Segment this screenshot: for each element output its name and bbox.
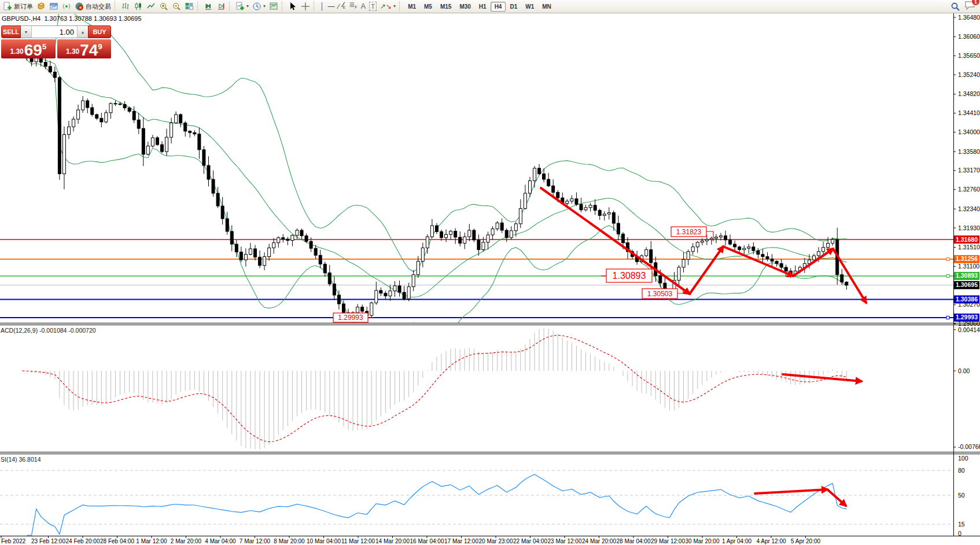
rsi-line [27, 474, 847, 535]
buy-price-prefix: 1.30 [66, 47, 79, 56]
macd-signal-line [23, 335, 847, 441]
candle [720, 236, 723, 237]
market-watch-icon [49, 2, 58, 11]
candle [822, 248, 825, 252]
vertical-line-icon: │ [320, 2, 325, 10]
chart-shift-button[interactable] [215, 1, 227, 12]
fibonacci-tool[interactable]: ≣F [347, 0, 359, 12]
timeframe-w1[interactable]: W1 [521, 2, 538, 12]
new-order-button[interactable]: 新订单 [1, 1, 35, 12]
auto-scroll-button[interactable] [202, 1, 215, 12]
price-chip-label: 1.30893 [956, 272, 978, 279]
price-chip-label: 1.31680 [956, 236, 978, 243]
candle [450, 231, 452, 235]
candle [333, 284, 336, 295]
volume-decrease-button[interactable]: ▼ [21, 26, 32, 38]
timeframe-d1[interactable]: D1 [506, 2, 521, 12]
candle [552, 186, 555, 192]
time-axis-label: Feb 2022 [1, 538, 26, 544]
candle [841, 275, 843, 282]
indicators-button[interactable]: ▾ [234, 1, 250, 12]
search-icon[interactable] [950, 2, 960, 11]
time-axis-label: 8 Mar 20:00 [274, 538, 305, 544]
toolbar-separator [314, 2, 316, 11]
line-chart-type-button[interactable] [145, 1, 157, 12]
cursor-tool-button[interactable] [286, 1, 299, 12]
zoom-out-button[interactable] [170, 1, 183, 12]
line-anchor-square[interactable] [946, 274, 949, 277]
volume-increase-button[interactable]: ▲ [77, 26, 88, 38]
rsi-panel[interactable]: 1008050150 [0, 455, 968, 537]
timeframe-m5[interactable]: M5 [420, 2, 436, 12]
price-axis[interactable]: 1.364801.360601.356501.352401.348201.344… [946, 14, 980, 327]
vertical-line-tool[interactable]: │ [318, 2, 326, 11]
signals-button[interactable] [60, 1, 73, 12]
rsi-axis-tick: 100 [958, 455, 968, 462]
candle [496, 223, 499, 229]
time-axis[interactable]: Feb 202223 Feb 12:0024 Feb 20:0028 Feb 0… [1, 536, 821, 545]
candle [300, 230, 303, 236]
toolbar-separator [399, 2, 402, 11]
macd-panel[interactable]: 0.0041440.00-0.007664 [23, 326, 980, 451]
time-axis-label: 23 Mar 12:00 [548, 538, 582, 544]
timeframe-m1[interactable]: M1 [404, 2, 420, 12]
buy-button[interactable]: BUY [88, 25, 111, 38]
candle [743, 248, 746, 249]
line-anchor-square[interactable] [946, 257, 949, 260]
timeframe-mn[interactable]: MN [538, 2, 555, 12]
label-tool[interactable]: T [367, 1, 378, 12]
tick-chart-icon [36, 2, 46, 11]
time-axis-label: 2 Mar 20:00 [171, 538, 202, 544]
chart-canvas[interactable]: 1.364801.360601.356501.352401.348201.344… [0, 0, 980, 545]
main-chart-panel[interactable] [0, 6, 953, 342]
candle [459, 237, 462, 243]
bar-chart-type-button[interactable] [119, 1, 132, 12]
candle [645, 250, 648, 256]
candle [403, 292, 406, 299]
zoom-in-button[interactable] [157, 1, 170, 12]
timeframe-m30[interactable]: M30 [455, 2, 474, 12]
price-axis-tick: 1.36060 [958, 33, 980, 40]
timeframe-h4[interactable]: H4 [491, 2, 506, 12]
candle [594, 205, 596, 211]
chat-button[interactable]: 1 [964, 1, 975, 12]
candle [128, 108, 131, 111]
sell-button[interactable]: SELL [1, 25, 21, 38]
candle [86, 101, 89, 108]
candle [212, 179, 215, 193]
arrows-tool[interactable]: ↗↘ ▾ [378, 2, 397, 11]
line-anchor-square[interactable] [946, 316, 949, 319]
candle [198, 134, 201, 150]
trendline-tool[interactable]: ∕ [337, 2, 341, 11]
tick-chart-button[interactable] [35, 1, 47, 12]
candle [95, 115, 98, 118]
price-axis-tick: 1.34410 [958, 109, 980, 116]
horizontal-line-tool[interactable]: — [326, 2, 337, 11]
mt4-window: { "toolbar": { "new_order_label": "新订单",… [0, 0, 980, 545]
candle [845, 282, 848, 285]
autotrade-button[interactable]: 自动交易 [73, 1, 113, 12]
timeframe-m15[interactable]: M15 [436, 2, 455, 12]
chart-quotes: 1.30763 1.30788 1.30693 1.30695 [44, 15, 141, 22]
market-watch-button[interactable] [47, 1, 60, 12]
sell-price-display[interactable]: 1.30 69 5 [1, 39, 56, 58]
candle [244, 255, 247, 260]
periods-button[interactable]: ▾ [250, 1, 267, 12]
candle [370, 303, 373, 316]
channel-tool[interactable]: ∕∕E [341, 0, 348, 12]
text-tool[interactable]: A [359, 2, 368, 11]
templates-button[interactable] [267, 1, 280, 12]
candle [105, 113, 108, 122]
buy-price-display[interactable]: 1.30 74 9 [57, 39, 112, 58]
time-axis-label: 1 Apr 04:00 [722, 538, 752, 544]
rsi-trend-arrows[interactable] [755, 489, 846, 506]
candle-chart-type-button[interactable] [132, 1, 145, 12]
candle [612, 213, 615, 223]
candle [468, 230, 471, 237]
crosshair-tool-button[interactable] [299, 1, 312, 12]
tile-windows-button[interactable] [183, 1, 196, 12]
timeframe-h1[interactable]: H1 [475, 2, 491, 12]
volume-input[interactable]: 1.00 [32, 26, 77, 38]
candlestick-chart-icon [134, 2, 143, 11]
candle [487, 235, 489, 242]
